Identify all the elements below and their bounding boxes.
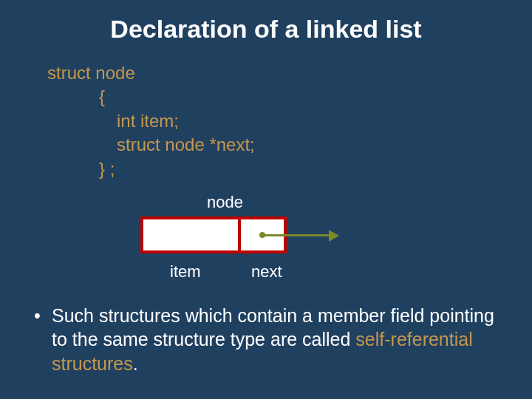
code-line-3: int item; bbox=[47, 109, 532, 133]
pointer-arrow-head-icon bbox=[329, 230, 339, 242]
pointer-arrow-line bbox=[262, 234, 330, 236]
code-line-4: struct node *next; bbox=[47, 133, 532, 157]
node-item-cell bbox=[143, 219, 238, 250]
bullet-mark: • bbox=[34, 304, 52, 376]
code-line-1: struct node bbox=[47, 61, 532, 85]
next-caption: next bbox=[251, 262, 282, 282]
bullet-text: Such structures which contain a member f… bbox=[52, 304, 498, 376]
bullet-point: • Such structures which contain a member… bbox=[34, 304, 498, 376]
node-caption: node bbox=[207, 193, 243, 212]
item-caption: item bbox=[170, 262, 201, 282]
code-line-5: } ; bbox=[47, 157, 532, 181]
code-line-2: { bbox=[47, 85, 532, 109]
slide-title: Declaration of a linked list bbox=[0, 15, 532, 44]
node-diagram: node item next bbox=[0, 193, 532, 289]
code-block: struct node { int item; struct node *nex… bbox=[47, 61, 532, 181]
bullet-text-post: . bbox=[133, 353, 138, 374]
